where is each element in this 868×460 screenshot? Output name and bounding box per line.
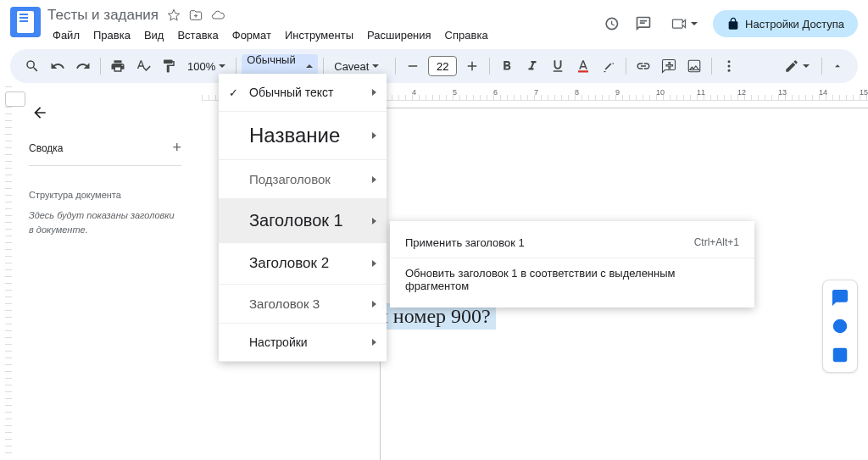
paragraph-style-menu: Обычный текст Название Подзаголовок Заго… [219, 74, 387, 362]
submenu-arrow-icon [372, 260, 376, 267]
back-arrow-icon[interactable] [29, 102, 51, 124]
apply-heading[interactable]: Применить заголовок 1Ctrl+Alt+1 [390, 228, 754, 258]
search-icon[interactable] [20, 54, 44, 78]
menu-help[interactable]: Справка [440, 26, 493, 44]
update-heading[interactable]: Обновить заголовок 1 в соответствии с вы… [390, 258, 754, 301]
menu-tools[interactable]: Инструменты [280, 26, 359, 44]
menu-extensions[interactable]: Расширения [362, 26, 437, 44]
underline-icon[interactable] [546, 54, 570, 78]
font-size-increase[interactable] [460, 54, 484, 78]
font-size-decrease[interactable] [401, 54, 425, 78]
redo-icon[interactable] [71, 54, 95, 78]
add-summary-icon[interactable]: + [172, 139, 181, 157]
style-title[interactable]: Название [219, 112, 387, 160]
submenu-arrow-icon [372, 218, 376, 224]
move-folder-icon[interactable] [189, 8, 203, 22]
style-heading-3[interactable]: Заголовок 3 [219, 285, 387, 324]
bold-icon[interactable] [495, 54, 519, 78]
meet-button[interactable] [664, 10, 704, 37]
more-icon[interactable] [717, 54, 741, 78]
svg-rect-0 [578, 70, 588, 72]
editing-mode-dropdown[interactable] [777, 58, 816, 74]
share-button[interactable]: Настройки Доступа [713, 10, 858, 37]
submenu-arrow-icon [372, 176, 376, 183]
submenu-arrow-icon [372, 89, 376, 96]
svg-point-1 [728, 60, 731, 63]
svg-point-6 [842, 324, 843, 326]
suggest-edit-icon[interactable] [828, 343, 852, 367]
star-icon[interactable] [167, 8, 181, 22]
submenu-arrow-icon [372, 339, 376, 346]
structure-title: Структура документа [29, 190, 198, 200]
share-label: Настройки Доступа [745, 18, 844, 30]
doc-title[interactable]: Тесты и задания [47, 7, 159, 24]
insert-image-icon[interactable] [682, 54, 706, 78]
spellcheck-icon[interactable] [131, 54, 155, 78]
text-color-icon[interactable] [571, 54, 595, 78]
svg-point-5 [837, 324, 839, 326]
history-icon[interactable] [599, 12, 623, 36]
insert-link-icon[interactable] [632, 54, 655, 78]
structure-placeholder: Здесь будут показаны заголовки в докумен… [29, 208, 181, 236]
add-comment-icon[interactable] [657, 54, 681, 78]
menu-insert[interactable]: Вставка [172, 26, 223, 44]
menu-view[interactable]: Вид [139, 26, 170, 44]
outline-panel: Сводка+ Структура документа Здесь будут … [8, 88, 202, 460]
print-icon[interactable] [106, 54, 130, 78]
summary-label: Сводка [29, 142, 64, 154]
toolbar: 100% Обычный … Caveat [10, 49, 858, 83]
highlight-icon[interactable] [597, 54, 620, 78]
style-options[interactable]: Настройки [219, 324, 387, 362]
submenu-arrow-icon [372, 301, 376, 308]
floating-actions [822, 280, 858, 373]
emoji-reaction-icon[interactable] [828, 314, 852, 338]
svg-point-4 [834, 320, 847, 333]
style-subtitle[interactable]: Подзаголовок [219, 160, 387, 199]
add-comment-float-icon[interactable] [828, 285, 852, 309]
svg-point-2 [728, 65, 731, 68]
comments-icon[interactable] [632, 12, 655, 36]
menu-file[interactable]: Файл [47, 26, 85, 44]
tab-indicator[interactable] [5, 91, 25, 107]
docs-logo[interactable] [10, 7, 41, 37]
collapse-toolbar-icon[interactable] [827, 56, 848, 76]
italic-icon[interactable] [520, 54, 544, 78]
style-heading-2[interactable]: Заголовок 2 [219, 243, 387, 285]
cloud-status-icon[interactable] [211, 8, 225, 22]
style-heading-1[interactable]: Заголовок 1 [219, 199, 387, 243]
svg-point-3 [728, 69, 731, 72]
paint-format-icon[interactable] [157, 54, 181, 78]
undo-icon[interactable] [46, 54, 70, 78]
heading-submenu: Применить заголовок 1Ctrl+Alt+1 Обновить… [390, 221, 754, 308]
menu-edit[interactable]: Правка [88, 26, 136, 44]
font-size-input[interactable] [428, 56, 457, 76]
menu-format[interactable]: Формат [227, 26, 276, 44]
style-normal[interactable]: Обычный текст [219, 74, 387, 112]
submenu-arrow-icon [372, 132, 376, 139]
